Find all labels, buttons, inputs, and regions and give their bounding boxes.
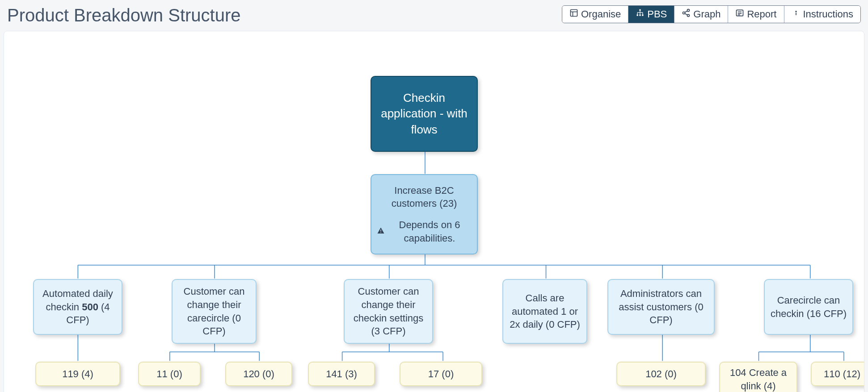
node-label: 119 (4) (62, 367, 93, 381)
node-warning: Depends on 6 capabilities. (377, 218, 472, 245)
node-label: Administrators can assist customers (0 C… (614, 287, 708, 327)
node-label: 110 (12) (824, 367, 860, 381)
tab-organise[interactable]: Organise (562, 6, 628, 23)
sitemap-icon (636, 8, 645, 20)
pbs-canvas: Checkin application - with flows Increas… (4, 31, 864, 392)
tab-label: Organise (581, 8, 621, 20)
share-icon (682, 8, 691, 20)
svg-rect-3 (640, 9, 641, 11)
node-label: 141 (3) (326, 367, 357, 381)
view-tabs: Organise PBS Graph Report Instructions (562, 5, 861, 23)
warning-icon (377, 225, 385, 238)
tab-instructions[interactable]: Instructions (784, 6, 861, 23)
layout-icon (569, 8, 578, 20)
info-icon (792, 8, 801, 20)
node-label: 102 (0) (645, 367, 677, 381)
node-label: Carecircle can checkin (16 CFP) (770, 294, 847, 320)
svg-line-11 (685, 13, 687, 15)
tab-label: Instructions (803, 8, 854, 20)
svg-point-7 (687, 9, 690, 12)
tab-label: Report (747, 8, 776, 20)
node-leaf-102[interactable]: 102 (0) (616, 362, 706, 386)
node-cap-change-carecircle[interactable]: Customer can change their carecircle (0 … (172, 279, 257, 344)
node-leaf-141[interactable]: 141 (3) (308, 362, 375, 386)
svg-rect-6 (642, 14, 643, 16)
node-label: Automated daily checkin 500 (4 CFP) (39, 287, 116, 327)
node-label: 17 (0) (428, 367, 454, 381)
node-leaf-119[interactable]: 119 (4) (35, 362, 120, 386)
node-label: 11 (0) (156, 367, 182, 381)
node-cap-admin-assist[interactable]: Administrators can assist customers (0 C… (607, 279, 715, 335)
tab-report[interactable]: Report (728, 6, 784, 23)
list-icon (735, 8, 744, 20)
tab-label: PBS (647, 8, 667, 20)
svg-rect-19 (380, 232, 381, 233)
node-cap-carecircle-checkin[interactable]: Carecircle can checkin (16 CFP) (764, 279, 853, 335)
node-leaf-110[interactable]: 110 (12) (811, 362, 864, 386)
node-cap-automated-checkin[interactable]: Automated daily checkin 500 (4 CFP) (33, 279, 122, 335)
svg-rect-5 (640, 14, 641, 16)
node-root[interactable]: Checkin application - with flows (371, 76, 478, 152)
svg-rect-18 (380, 229, 381, 232)
node-cap-change-settings[interactable]: Customer can change their checkin settin… (344, 279, 433, 344)
svg-point-9 (687, 14, 690, 17)
svg-rect-4 (637, 14, 638, 16)
warning-text: Depends on 6 capabilities. (388, 218, 472, 245)
svg-line-10 (685, 11, 687, 12)
node-label: Calls are automated 1 or 2x daily (0 CFP… (509, 292, 581, 331)
node-leaf-104[interactable]: 104 Create a qlink (4) (719, 362, 797, 392)
svg-point-16 (796, 11, 796, 12)
page-title: Product Breakdown Structure (7, 5, 240, 25)
node-cap-calls-automated[interactable]: Calls are automated 1 or 2x daily (0 CFP… (502, 279, 587, 344)
tab-label: Graph (693, 8, 721, 20)
node-leaf-11[interactable]: 11 (0) (138, 362, 201, 386)
node-label: 120 (0) (243, 367, 274, 381)
node-leaf-17[interactable]: 17 (0) (400, 362, 482, 386)
node-label: Increase B2C customers (23) (377, 184, 472, 210)
node-label: Customer can change their checkin settin… (350, 285, 427, 338)
node-label: Checkin application - with flows (377, 90, 472, 137)
svg-point-8 (683, 12, 685, 14)
svg-rect-0 (570, 10, 577, 17)
tab-pbs[interactable]: PBS (628, 6, 674, 23)
node-leaf-120[interactable]: 120 (0) (225, 362, 292, 386)
node-label: 104 Create a qlink (4) (725, 366, 791, 392)
node-label: Customer can change their carecircle (0 … (178, 285, 250, 338)
node-goal[interactable]: Increase B2C customers (23) Depends on 6… (371, 174, 478, 254)
tab-graph[interactable]: Graph (674, 6, 728, 23)
